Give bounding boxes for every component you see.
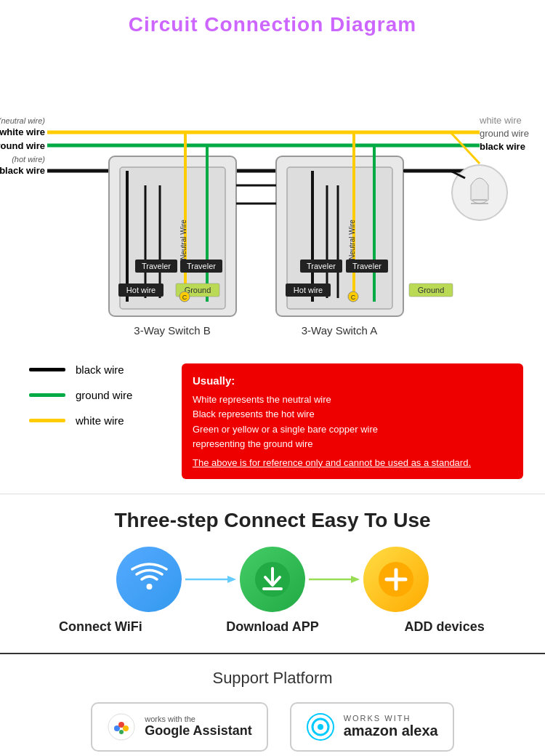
step-wifi bbox=[116, 547, 182, 612]
step-label-add: ADD devices bbox=[372, 619, 517, 635]
three-step-section: Three-step Connect Easy To Use bbox=[0, 494, 545, 653]
notice-line-1: White represents the neutral wire bbox=[193, 393, 512, 407]
google-assistant-big: Google Assistant bbox=[145, 723, 251, 738]
legend-yellow-label: white wire bbox=[76, 414, 124, 427]
svg-text:Traveler: Traveler bbox=[187, 262, 216, 270]
notice-line-4: representing the ground wire bbox=[193, 437, 512, 451]
support-title: Support Platform bbox=[22, 669, 523, 688]
step-label-download: Download APP bbox=[200, 619, 345, 635]
arrow-1 bbox=[182, 572, 240, 587]
svg-text:(hot wire): (hot wire) bbox=[12, 155, 45, 164]
svg-text:Neutral Wire: Neutral Wire bbox=[179, 220, 187, 260]
step-add bbox=[363, 547, 429, 612]
wifi-icon bbox=[116, 547, 182, 612]
add-icon bbox=[363, 547, 429, 612]
legend-yellow-wire: white wire bbox=[29, 414, 160, 427]
svg-text:C: C bbox=[182, 294, 187, 301]
svg-text:3-Way Switch A: 3-Way Switch A bbox=[302, 324, 377, 337]
google-assistant-small: works with the bbox=[145, 715, 251, 723]
amazon-alexa-icon bbox=[306, 712, 335, 741]
svg-text:ground wire: ground wire bbox=[480, 128, 529, 139]
green-line-icon bbox=[29, 393, 65, 397]
svg-text:ground wire: ground wire bbox=[0, 140, 45, 151]
google-assistant-icon bbox=[107, 712, 136, 741]
legend-section: black wire ground wire white wire Usuall… bbox=[0, 356, 545, 486]
platform-row: works with the Google Assistant WORKS WI… bbox=[22, 702, 523, 752]
notice-line-3: Green or yellow or a single bare copper … bbox=[193, 422, 512, 437]
svg-text:white wire: white wire bbox=[0, 126, 45, 137]
step-download bbox=[240, 547, 305, 612]
svg-text:C: C bbox=[351, 294, 356, 301]
google-assistant-text: works with the Google Assistant bbox=[145, 715, 251, 739]
steps-row bbox=[0, 547, 545, 612]
circuit-diagram: (neutral wire) white wire ground wire (h… bbox=[0, 44, 545, 356]
svg-text:(neutral wire): (neutral wire) bbox=[0, 116, 45, 125]
step-label-wifi: Connect WiFi bbox=[28, 619, 173, 635]
svg-text:black wire: black wire bbox=[0, 165, 45, 176]
google-assistant-badge: works with the Google Assistant bbox=[91, 702, 267, 752]
svg-text:Traveler: Traveler bbox=[142, 262, 171, 270]
svg-text:black wire: black wire bbox=[480, 141, 525, 152]
amazon-alexa-badge: WORKS WITH amazon alexa bbox=[290, 702, 454, 752]
svg-text:white wire: white wire bbox=[479, 115, 522, 126]
svg-point-74 bbox=[123, 725, 129, 731]
amazon-alexa-text: WORKS WITH amazon alexa bbox=[344, 714, 438, 739]
legend-black-label: black wire bbox=[76, 363, 124, 376]
svg-marker-67 bbox=[351, 576, 360, 583]
notice-disclaimer: The above is for reference only and cann… bbox=[193, 456, 512, 470]
legend-green-wire: ground wire bbox=[29, 389, 160, 401]
notice-title: Usually: bbox=[193, 372, 512, 389]
notice-line-2: Black represents the hot wire bbox=[193, 407, 512, 422]
svg-text:Traveler: Traveler bbox=[352, 262, 382, 270]
three-step-title: Three-step Connect Easy To Use bbox=[0, 509, 545, 532]
page-title: Circuit Connection Diagram bbox=[0, 0, 545, 44]
notice-box: Usually: White represents the neutral wi… bbox=[182, 363, 523, 479]
svg-text:Ground: Ground bbox=[418, 286, 445, 294]
legend-black-wire: black wire bbox=[29, 363, 160, 376]
amazon-alexa-small: WORKS WITH bbox=[344, 714, 438, 723]
amazon-alexa-big: amazon alexa bbox=[344, 723, 438, 739]
support-section: Support Platform works with the Google A… bbox=[0, 653, 545, 756]
svg-point-61 bbox=[146, 584, 152, 590]
step-labels: Connect WiFi Download APP ADD devices bbox=[0, 619, 545, 635]
download-icon bbox=[240, 547, 305, 612]
svg-text:Neutral Wire: Neutral Wire bbox=[348, 220, 356, 260]
svg-point-75 bbox=[119, 730, 124, 734]
svg-line-36 bbox=[451, 132, 480, 164]
legend-green-label: ground wire bbox=[76, 389, 132, 401]
svg-text:Hot wire: Hot wire bbox=[126, 286, 156, 294]
svg-text:Traveler: Traveler bbox=[307, 262, 336, 270]
svg-text:3-Way Switch B: 3-Way Switch B bbox=[134, 324, 210, 337]
svg-text:Hot wire: Hot wire bbox=[294, 286, 323, 294]
black-line-icon bbox=[29, 368, 65, 371]
arrow-2 bbox=[305, 572, 363, 587]
yellow-line-icon bbox=[29, 419, 65, 422]
svg-marker-63 bbox=[227, 576, 236, 583]
svg-point-78 bbox=[318, 724, 323, 730]
legend-items: black wire ground wire white wire bbox=[29, 363, 160, 427]
